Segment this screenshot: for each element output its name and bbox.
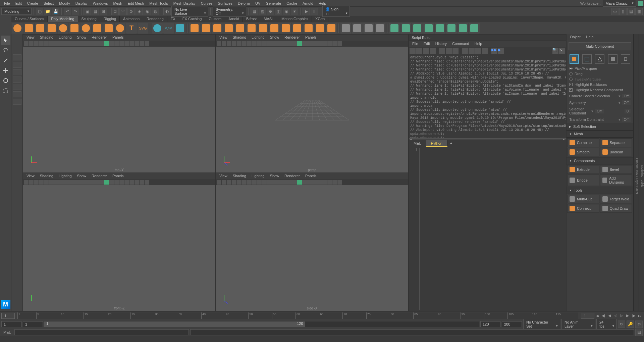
vp-icon[interactable] — [332, 180, 337, 185]
vp-icon[interactable] — [79, 41, 84, 46]
vp-icon[interactable] — [277, 41, 282, 46]
vp-icon[interactable] — [84, 180, 89, 185]
add-divisions-button[interactable] — [375, 23, 385, 34]
numeric-input-button[interactable]: 0,0,0 — [163, 23, 174, 34]
se-clearhistory-button[interactable] — [439, 48, 445, 54]
se-search-button[interactable]: 🔍 — [552, 48, 558, 54]
vp-icon[interactable] — [242, 41, 247, 46]
poly-cylinder-button[interactable] — [35, 23, 46, 34]
object-mode-button[interactable] — [570, 54, 579, 64]
play-back-button[interactable]: ◁ — [612, 313, 619, 319]
vp-icon[interactable] — [29, 41, 34, 46]
vp-icon[interactable] — [307, 180, 312, 185]
poly-cone-button[interactable] — [46, 23, 57, 34]
menu-cache[interactable]: Cache — [284, 0, 300, 6]
render-button[interactable]: ▨ — [259, 8, 266, 15]
soft-selection-section[interactable]: ▶Soft Selection — [567, 123, 633, 130]
vp-icon[interactable] — [114, 180, 119, 185]
vt-shading[interactable]: Shading — [37, 35, 56, 41]
layout-custom1-button[interactable] — [13, 84, 21, 90]
vp-icon[interactable] — [34, 41, 39, 46]
vp-icon[interactable] — [322, 41, 327, 46]
boolean-union-button[interactable] — [212, 23, 223, 34]
lock-icon[interactable] — [638, 1, 643, 6]
vp-icon[interactable] — [302, 41, 307, 46]
save-scene-button[interactable]: 💾 — [52, 8, 59, 15]
boolean-intersect-button[interactable] — [235, 23, 246, 34]
shelf-tab-rigging[interactable]: Rigging — [100, 16, 120, 22]
vp-icon[interactable] — [140, 41, 144, 46]
step-back-button[interactable]: ◀ — [606, 313, 612, 319]
vp-shading[interactable]: Shading — [230, 35, 249, 41]
menu-mesh-display[interactable]: Mesh Display — [171, 0, 198, 6]
se-help[interactable]: Help — [472, 41, 485, 47]
shelf-tab-bifrost[interactable]: Bifrost — [243, 16, 260, 22]
vp-icon[interactable] — [227, 41, 231, 46]
vp-icon[interactable] — [322, 180, 327, 185]
extrude-button[interactable]: Extrude — [567, 165, 599, 174]
menu-uv[interactable]: UV — [253, 0, 263, 6]
se-showinput-button[interactable] — [469, 48, 475, 54]
menu-deform[interactable]: Deform — [235, 0, 253, 6]
menu-surfaces[interactable]: Surfaces — [215, 0, 235, 6]
vp-icon[interactable] — [282, 41, 287, 46]
prefs-button[interactable]: ⚙ — [635, 321, 643, 328]
menu-mesh[interactable]: Mesh — [110, 0, 125, 6]
vp-icon[interactable] — [252, 180, 257, 185]
vp-icon[interactable] — [217, 180, 221, 185]
vp-icon[interactable] — [64, 41, 69, 46]
live-surface-dropdown[interactable]: No Live Surface — [171, 6, 208, 17]
se-execute-all-button[interactable]: ▶▶ — [491, 48, 497, 54]
menu-display[interactable]: Display — [73, 0, 90, 6]
step-back-key-button[interactable]: ◀| — [600, 313, 606, 319]
vp-icon[interactable] — [124, 180, 129, 185]
symmetry-option[interactable]: Symmetry▾Off — [567, 99, 633, 106]
vp-icon[interactable] — [292, 180, 297, 185]
poly-platonic-button[interactable] — [92, 23, 103, 34]
mirror-button[interactable] — [326, 23, 337, 34]
snap-surface-button[interactable]: ◉ — [144, 8, 151, 15]
vp-panels[interactable]: Panels — [303, 35, 319, 41]
vp-icon[interactable] — [287, 41, 292, 46]
playblast-button[interactable]: ▶ — [303, 8, 310, 15]
vp-icon[interactable] — [272, 180, 277, 185]
symmetry-dropdown[interactable]: Symmetry: Off — [213, 6, 246, 17]
step-fwd-key-button[interactable]: |▶ — [631, 313, 637, 319]
vp-icon[interactable] — [94, 180, 99, 185]
menu-file[interactable]: File — [1, 0, 13, 6]
se-history[interactable]: History — [433, 41, 449, 47]
play-fwd-button[interactable]: ▷ — [619, 313, 625, 319]
target-weld-button[interactable]: Target Weld — [600, 195, 632, 203]
vs-shading[interactable]: Shading — [230, 173, 249, 179]
rotate-tool[interactable] — [1, 76, 10, 85]
vp-icon[interactable] — [312, 180, 317, 185]
vp-icon[interactable] — [84, 41, 89, 46]
vf-show[interactable]: Show — [74, 173, 89, 179]
vp-icon[interactable] — [109, 180, 114, 185]
poly-cube-button[interactable] — [23, 23, 34, 34]
shelf-tab-rendering[interactable]: Rendering — [143, 16, 167, 22]
drag-option[interactable]: Drag — [567, 71, 633, 77]
vf-panels[interactable]: Panels — [110, 173, 126, 179]
go-end-button[interactable]: ⏭ — [637, 313, 643, 319]
vp-icon[interactable] — [237, 41, 241, 46]
se-source-button[interactable] — [416, 48, 422, 54]
transform-constraint-option[interactable]: Transform Constraint▾Off — [567, 116, 633, 123]
viewport-front[interactable]: View Shading Lighting Show Renderer Pane… — [23, 173, 216, 311]
bridge-button[interactable]: Bridge — [567, 175, 599, 186]
menu-mesh-tools[interactable]: Mesh Tools — [147, 0, 170, 6]
snap-curve-button[interactable]: 〰 — [119, 8, 127, 15]
layout-4-button[interactable]: ▥ — [635, 8, 643, 15]
vp-icon[interactable] — [145, 180, 149, 185]
combine-button[interactable]: Combine — [567, 138, 599, 147]
vp-icon[interactable] — [317, 41, 322, 46]
poly-disc-button[interactable] — [80, 23, 91, 34]
modeling-toolkit-tab[interactable]: Modeling Toolkit — [639, 34, 644, 311]
vp-icon[interactable] — [337, 41, 342, 46]
mel-label[interactable]: MEL — [1, 330, 13, 334]
vp-icon[interactable] — [44, 41, 49, 46]
highlight-nearest-check[interactable]: Highlight Nearest Component — [567, 87, 633, 93]
vf-renderer[interactable]: Renderer — [89, 173, 110, 179]
signin-dropdown[interactable]: 👤 Sign In — [322, 6, 350, 17]
separate-button[interactable] — [201, 23, 211, 34]
